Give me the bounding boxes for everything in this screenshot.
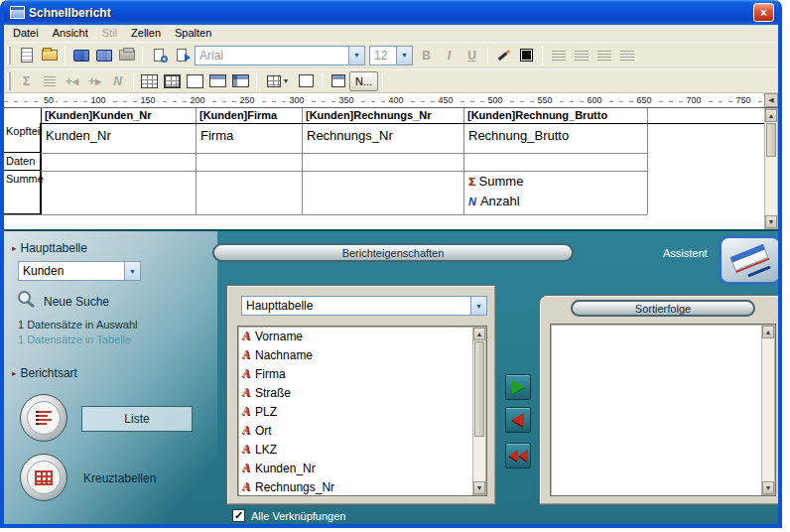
remove-field-button[interactable]	[505, 407, 531, 433]
separator	[133, 72, 134, 90]
preview-page-icon	[154, 49, 164, 62]
new-search-link[interactable]: Neue Suche	[44, 295, 109, 309]
grid-none-button[interactable]	[184, 70, 206, 92]
new-report-button[interactable]	[15, 45, 38, 66]
field-list-item[interactable]: ARechnungs_Nr	[238, 477, 471, 495]
kopfteil-cell[interactable]: Rechnungs_Nr	[307, 128, 393, 143]
scroll-left-button[interactable]: ◀	[764, 93, 778, 107]
column-header[interactable]: [Kunden]Rechnungs_Nr	[303, 109, 463, 122]
italic-icon: I	[448, 49, 451, 63]
row-label-daten[interactable]: Daten	[4, 153, 41, 171]
report-type-section-label: ▸Berichtsart	[12, 366, 77, 380]
print-preview-button[interactable]	[147, 45, 170, 66]
font-select[interactable]: Arial ▼	[195, 46, 365, 66]
sort-list[interactable]: ▲ ▼	[550, 324, 776, 496]
column-header[interactable]: [Kunden]Firma	[197, 109, 302, 122]
list-report-button[interactable]	[20, 394, 67, 442]
export-button[interactable]	[170, 45, 193, 66]
scroll-up-button[interactable]: ▲	[765, 109, 777, 122]
add-field-button[interactable]	[505, 374, 531, 400]
print-button[interactable]	[115, 45, 138, 66]
bold-button[interactable]: B	[415, 45, 438, 66]
scroll-down-button[interactable]: ▼	[765, 215, 777, 228]
field-list-item[interactable]: ANachname	[238, 345, 471, 364]
toolbar-grip[interactable]	[7, 72, 11, 90]
save-button[interactable]	[69, 45, 92, 66]
cell-color-button[interactable]	[295, 70, 318, 92]
scroll-up-button[interactable]: ▲	[473, 328, 485, 340]
align-right-button[interactable]	[592, 45, 615, 66]
align-center-button[interactable]	[570, 45, 592, 66]
grid-borders-button[interactable]	[138, 70, 161, 92]
field-list-item[interactable]: AVorname	[238, 327, 471, 345]
kopfteil-cell[interactable]: Firma	[200, 128, 233, 143]
save-as-button[interactable]	[92, 45, 115, 66]
align-justify-button[interactable]	[615, 45, 638, 66]
chevron-down-icon[interactable]: ▼	[124, 262, 140, 280]
field-list-item[interactable]: AStraße	[238, 383, 471, 402]
text-color-button[interactable]	[492, 45, 515, 66]
close-button[interactable]: ×	[753, 3, 774, 22]
field-list-item[interactable]: ALKZ	[238, 440, 471, 459]
sum-button[interactable]: Σ	[15, 70, 38, 92]
number-format-button[interactable]: N...	[349, 71, 378, 91]
field-name: LKZ	[255, 443, 277, 457]
menu-ansicht[interactable]: Ansicht	[46, 26, 95, 40]
title-bar[interactable]: Schnellbericht ×	[4, 0, 778, 25]
header-band-button[interactable]	[206, 70, 229, 92]
menu-spalten[interactable]: Spalten	[168, 26, 218, 40]
main-table-section-label: ▸Haupttabelle	[12, 241, 87, 255]
fields-source-select[interactable]: Haupttabelle ▼	[241, 296, 487, 316]
column-header[interactable]: [Kunden]Rechnung_Brutto	[464, 109, 647, 122]
open-report-button[interactable]	[38, 45, 61, 66]
menu-zellen[interactable]: Zellen	[124, 26, 168, 40]
insert-column-right-button[interactable]: +▸	[83, 70, 106, 92]
toolbar-grip[interactable]	[7, 47, 11, 65]
scrollbar-thumb[interactable]	[474, 341, 484, 437]
underline-button[interactable]: U	[461, 45, 483, 66]
align-left-button[interactable]	[547, 45, 570, 66]
repeat-values-button[interactable]	[38, 70, 61, 92]
side-band-button[interactable]	[229, 70, 252, 92]
chevron-down-icon[interactable]: ▼	[396, 47, 412, 65]
italic-button[interactable]: I	[438, 45, 461, 66]
grid-vertical-scrollbar[interactable]: ▲ ▼	[764, 108, 778, 229]
grid-inner-button[interactable]	[161, 70, 184, 92]
fields-list-scrollbar[interactable]: ▲ ▼	[472, 327, 486, 495]
scroll-down-button[interactable]: ▼	[473, 481, 485, 494]
scroll-down-button[interactable]: ▼	[762, 481, 774, 494]
field-list-item[interactable]: AKunden_Nr	[238, 459, 471, 477]
field-list-item[interactable]: AOrt	[238, 421, 471, 440]
remove-all-fields-button[interactable]	[505, 443, 531, 468]
font-size-select[interactable]: 12 ▼	[369, 46, 413, 66]
main-table-select[interactable]: Kunden ▼	[18, 261, 141, 281]
kopfteil-cell[interactable]: Kunden_Nr	[46, 128, 111, 143]
all-links-checkbox-row[interactable]: ✓ Alle Verknüpfungen	[232, 509, 345, 522]
anzahl-cell[interactable]: N Anzahl	[468, 194, 520, 208]
scroll-up-button[interactable]: ▲	[762, 326, 774, 338]
menu-datei[interactable]: Datei	[6, 26, 46, 40]
summe-cell[interactable]: Σ Summe	[468, 174, 523, 189]
crosstab-report-button[interactable]	[20, 454, 67, 501]
checkbox-icon[interactable]: ✓	[232, 509, 245, 522]
subtotal-button[interactable]: ▼	[261, 70, 295, 92]
chevron-down-icon[interactable]: ▼	[348, 47, 364, 65]
field-list-item[interactable]: APLZ	[238, 402, 471, 421]
chevron-down-icon[interactable]: ▼	[470, 297, 486, 315]
color-swatch-button[interactable]	[515, 45, 538, 66]
row-label-kopfteil[interactable]: Kopfteil	[4, 123, 41, 153]
scrollbar-thumb[interactable]	[766, 123, 776, 157]
sort-list-scrollbar[interactable]: ▲ ▼	[761, 325, 775, 495]
insert-column-left-button[interactable]: +◂	[61, 70, 83, 92]
row-label-summe[interactable]: Summe	[4, 171, 41, 214]
kopfteil-cell[interactable]: Rechnung_Brutto	[468, 128, 569, 143]
field-list-item[interactable]: AFirma	[238, 364, 471, 383]
separator	[142, 47, 143, 65]
ruler-tick: 650	[634, 95, 653, 105]
auto-width-button[interactable]: N	[106, 70, 129, 92]
format-icon-button[interactable]	[327, 70, 349, 92]
alpha-field-icon: A	[242, 479, 250, 494]
assistant-button[interactable]	[719, 235, 782, 285]
list-type-label-box[interactable]: Liste	[81, 406, 193, 432]
column-header[interactable]: [Kunden]Kunden_Nr	[42, 109, 196, 122]
